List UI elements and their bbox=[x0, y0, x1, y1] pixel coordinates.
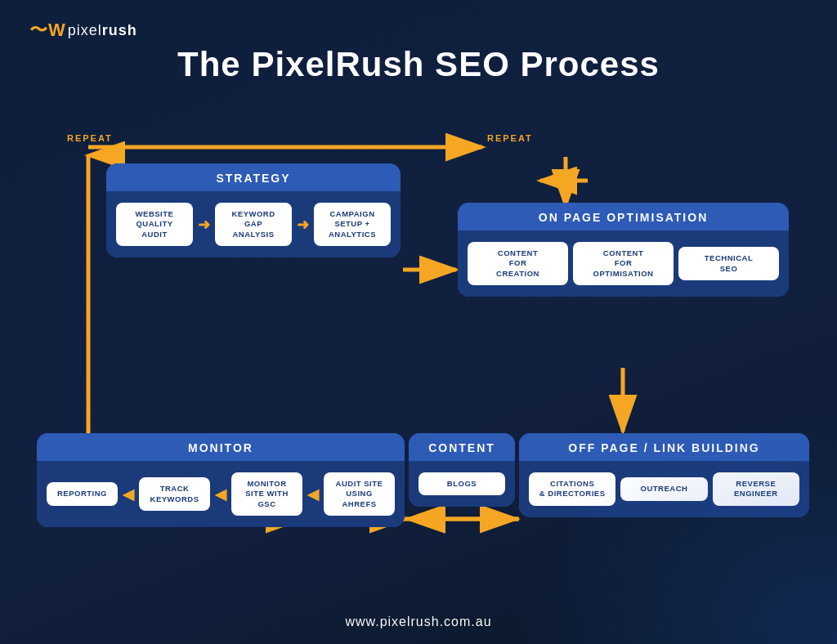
strategy-header: STRATEGY bbox=[106, 163, 401, 191]
onpage-body: CONTENTFORCREATION CONTENTFOROPTIMISATIO… bbox=[458, 230, 789, 297]
strategy-body: WEBSITEQUALITYAUDIT ➜ KEYWORDGAPANALYSIS… bbox=[106, 191, 401, 257]
strategy-item-1: WEBSITEQUALITYAUDIT bbox=[116, 203, 193, 246]
onpage-item-2: CONTENTFOROPTIMISATION bbox=[573, 242, 674, 285]
monitor-body: REPORTING ◀ TRACKKEYWORDS ◀ MONITORSITE … bbox=[37, 461, 405, 527]
monitor-item-1: REPORTING bbox=[47, 482, 118, 505]
strategy-item-3: CAMPAIGNSETUP +ANALYTICS bbox=[314, 203, 391, 246]
arrow-icon-m1: ◀ bbox=[123, 485, 134, 503]
onpage-item-3: TECHNICALSEO bbox=[678, 247, 779, 280]
content-section: CONTENT BLOGS bbox=[409, 433, 515, 507]
logo-text: pixelrush bbox=[68, 22, 137, 39]
repeat-label-left: REPEAT bbox=[67, 133, 113, 143]
page-title: The PixelRush SEO Process bbox=[0, 45, 837, 84]
arrow-icon-2: ➜ bbox=[297, 216, 309, 234]
arrow-icon-m2: ◀ bbox=[215, 485, 226, 503]
arrow-icon-1: ➜ bbox=[198, 216, 210, 234]
offpage-item-3: REVERSEENGINEER bbox=[713, 472, 799, 506]
footer-url: www.pixelrush.com.au bbox=[0, 615, 837, 629]
onpage-header: ON PAGE OPTIMISATION bbox=[458, 203, 789, 230]
repeat-label-right: REPEAT bbox=[487, 133, 533, 143]
offpage-item-1: CITATIONS& DIRECTORIES bbox=[529, 472, 615, 506]
onpage-item-1: CONTENTFORCREATION bbox=[468, 242, 568, 285]
onpage-section: ON PAGE OPTIMISATION CONTENTFORCREATION … bbox=[458, 203, 789, 297]
content-item-1: BLOGS bbox=[418, 472, 505, 495]
monitor-header: MONITOR bbox=[37, 433, 405, 461]
offpage-header: OFF PAGE / LINK BUILDING bbox=[519, 433, 809, 461]
monitor-item-3: MONITORSITE WITHGSC bbox=[231, 472, 302, 516]
offpage-section: OFF PAGE / LINK BUILDING CITATIONS& DIRE… bbox=[519, 433, 809, 517]
offpage-item-2: OUTREACH bbox=[620, 477, 707, 500]
arrow-icon-m3: ◀ bbox=[307, 485, 319, 503]
strategy-item-2: KEYWORDGAPANALYSIS bbox=[215, 203, 292, 246]
logo: 〜W pixelrush bbox=[29, 18, 137, 42]
monitor-item-2: TRACKKEYWORDS bbox=[139, 477, 210, 511]
arrows-svg bbox=[0, 0, 837, 644]
monitor-section: MONITOR REPORTING ◀ TRACKKEYWORDS ◀ MONI… bbox=[37, 433, 405, 527]
offpage-body: CITATIONS& DIRECTORIES OUTREACH REVERSEE… bbox=[519, 461, 809, 517]
strategy-section: STRATEGY WEBSITEQUALITYAUDIT ➜ KEYWORDGA… bbox=[106, 163, 401, 257]
content-body: BLOGS bbox=[409, 461, 515, 507]
page: 〜W pixelrush The PixelRush SEO Process bbox=[0, 0, 837, 644]
monitor-item-4: AUDIT SITEUSINGAHREFS bbox=[324, 472, 395, 516]
content-header: CONTENT bbox=[409, 433, 515, 461]
logo-wave-icon: 〜W bbox=[29, 18, 66, 42]
